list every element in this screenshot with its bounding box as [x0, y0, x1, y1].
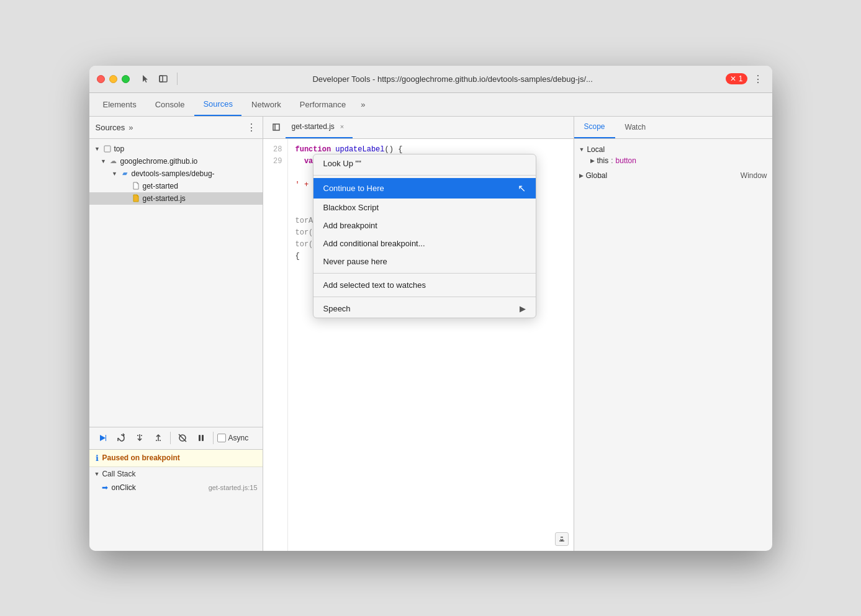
ctx-item-continue[interactable]: Continue to Here ↖ [313, 178, 536, 199]
call-stack-header[interactable]: ▼ Call Stack [89, 467, 263, 481]
tree-item-file-html[interactable]: ▶ get-started [89, 180, 263, 192]
editor-nav-button[interactable] [268, 119, 284, 135]
scope-tab-watch-label: Watch [625, 123, 646, 132]
scope-local-arrow: ▼ [579, 146, 585, 153]
panel-dots-button[interactable]: ⋮ [246, 122, 256, 133]
file-tree: ▼ top ▼ ☁ googlechrome.github.io ▼ ▰ dev… [89, 139, 263, 427]
window-icon[interactable] [157, 73, 169, 85]
devtools-window: Developer Tools - https://googlechrome.g… [89, 66, 772, 551]
tab-sources[interactable]: Sources [194, 93, 241, 116]
title-bar: Developer Tools - https://googlechrome.g… [89, 66, 772, 93]
pause-on-exceptions-button[interactable] [193, 430, 209, 446]
tree-label-domain: googlechrome.github.io [120, 157, 198, 166]
tab-network[interactable]: Network [243, 93, 290, 116]
tab-console[interactable]: Console [147, 93, 194, 116]
tree-arrow-folder: ▼ [112, 171, 118, 177]
svg-rect-14 [202, 435, 204, 441]
tree-label-top: top [114, 145, 125, 153]
traffic-lights [97, 75, 130, 83]
title-sep [177, 73, 178, 85]
editor-tab-label: get-started.js [292, 122, 335, 131]
speech-submenu-arrow: ▶ [520, 304, 526, 313]
resume-button[interactable] [94, 430, 110, 446]
ctx-lookup-label: Look Up "" [323, 159, 361, 168]
ctx-sep-3 [313, 297, 536, 297]
tree-item-folder[interactable]: ▼ ▰ devtools-samples/debug- [89, 167, 263, 180]
maximize-button[interactable] [122, 75, 130, 83]
call-stack-arrow: ▼ [94, 471, 100, 477]
editor-panel: get-started.js × 28 29 [263, 117, 574, 551]
call-stack-fn-loc: get-started.js:15 [209, 484, 258, 491]
scope-local-header[interactable]: ▼ Local [579, 144, 767, 155]
svg-line-11 [179, 434, 186, 442]
tree-label-file-html: get-started [143, 182, 178, 190]
scope-tab-bar: Scope Watch [574, 117, 772, 139]
tree-arrow-top: ▼ [94, 146, 101, 152]
ctx-item-lookup[interactable]: Look Up "" [313, 154, 536, 172]
deactivate-breakpoints-button[interactable] [174, 430, 191, 446]
tree-item-file-js[interactable]: ▶ get-started.js [89, 192, 263, 205]
close-button[interactable] [97, 75, 105, 83]
ctx-item-never-pause[interactable]: Never pause here [313, 252, 536, 270]
panel-more-button[interactable]: » [128, 123, 133, 132]
error-badge[interactable]: ✕ 1 [726, 73, 747, 84]
paused-banner: ℹ Paused on breakpoint [89, 450, 263, 467]
tree-item-domain[interactable]: ▼ ☁ googlechrome.github.io [89, 155, 263, 167]
window-title: Developer Tools - https://googlechrome.g… [185, 74, 721, 84]
cursor-indicator: ↖ [518, 182, 526, 194]
scope-global-label: Global [586, 171, 608, 180]
scope-this-arrow: ▶ [590, 158, 595, 164]
call-stack-label: Call Stack [102, 470, 135, 478]
tab-performance[interactable]: Performance [291, 93, 354, 116]
scope-global-header[interactable]: ▶ Global Window [579, 170, 767, 181]
more-options-button[interactable]: ⋮ [751, 72, 765, 86]
editor-row: get-started.js × 28 29 [263, 117, 772, 551]
context-menu: Look Up "" Continue to Here ↖ Blackbox S… [313, 154, 536, 318]
scroll-to-end-button[interactable] [555, 532, 569, 546]
scope-this-key: this [597, 156, 609, 165]
ctx-item-speech[interactable]: Speech ▶ [313, 300, 536, 318]
editor-tab-js[interactable]: get-started.js × [286, 117, 353, 138]
svg-rect-2 [104, 146, 110, 152]
step-over-button[interactable] [113, 430, 129, 446]
scope-global-window: Window [741, 171, 767, 180]
scope-local-label: Local [587, 145, 605, 154]
panel-title: Sources [96, 123, 125, 132]
debug-sep-2 [213, 432, 214, 444]
scope-tab-watch[interactable]: Watch [615, 117, 656, 138]
ctx-add-watches-label: Add selected text to watches [323, 280, 426, 290]
scope-group-local: ▼ Local ▶ this : button [579, 144, 767, 166]
call-stack-fn-name: onClick [112, 483, 205, 492]
call-stack-section: ▼ Call Stack ➡ onClick get-started.js:15 [89, 467, 263, 551]
ctx-item-add-watches[interactable]: Add selected text to watches [313, 276, 536, 294]
async-checkbox[interactable] [217, 434, 226, 442]
tree-label-folder: devtools-samples/debug- [132, 169, 215, 178]
ctx-item-add-breakpoint[interactable]: Add breakpoint [313, 216, 536, 234]
scope-global-arrow: ▶ [579, 172, 584, 179]
tree-item-top[interactable]: ▼ top [89, 143, 263, 155]
panel-header: Sources » ⋮ [89, 117, 263, 139]
step-into-button[interactable] [132, 430, 148, 446]
editor-tab-close-button[interactable]: × [338, 122, 346, 131]
bottom-panel: Async ℹ Paused on breakpoint ▼ Call Stac… [89, 427, 263, 551]
minimize-button[interactable] [109, 75, 117, 83]
editor-scope-area: get-started.js × 28 29 [263, 117, 772, 551]
async-checkbox-container[interactable]: Async [217, 434, 249, 442]
folder-icon: ▰ [120, 169, 129, 178]
page-icon [103, 145, 112, 153]
call-stack-item-onclick[interactable]: ➡ onClick get-started.js:15 [89, 481, 263, 494]
file-yellow-icon [132, 194, 140, 203]
ctx-item-conditional-breakpoint[interactable]: Add conditional breakpoint... [313, 234, 536, 252]
line-numbers: 28 29 [263, 139, 288, 551]
cursor-icon[interactable] [140, 73, 152, 85]
ctx-add-breakpoint-label: Add breakpoint [323, 221, 377, 230]
ctx-sep-2 [313, 273, 536, 274]
step-out-button[interactable] [150, 430, 166, 446]
error-count: 1 [739, 74, 743, 83]
tab-elements[interactable]: Elements [94, 93, 145, 116]
title-bar-right: ✕ 1 ⋮ [726, 72, 765, 86]
more-tabs-button[interactable]: » [356, 100, 370, 109]
info-icon: ℹ [96, 453, 99, 463]
scope-tab-scope[interactable]: Scope [574, 117, 615, 138]
ctx-item-blackbox[interactable]: Blackbox Script [313, 199, 536, 216]
